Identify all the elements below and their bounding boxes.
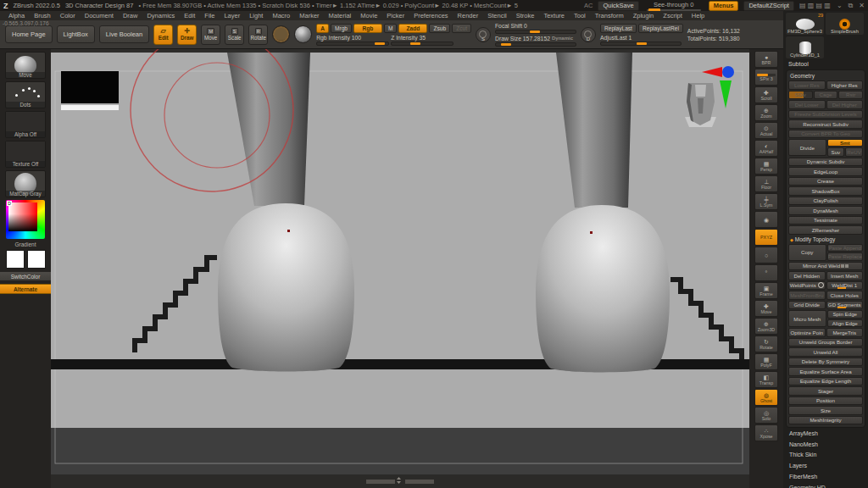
transp-button[interactable]: ◧ Transp bbox=[754, 371, 778, 388]
merge-tris-button[interactable]: MergeTris bbox=[826, 328, 864, 337]
copy-button[interactable]: Copy bbox=[788, 244, 826, 261]
divide-button[interactable]: Divide bbox=[788, 139, 826, 156]
saturation-value-square[interactable] bbox=[8, 202, 37, 231]
xpose-button[interactable]: ∴ Xpose bbox=[754, 424, 778, 441]
weld-dist-slider[interactable]: WeldDist 1 bbox=[826, 281, 864, 291]
menu-item[interactable]: Layer bbox=[220, 12, 244, 19]
menu-item[interactable]: Edit bbox=[180, 12, 199, 19]
smt-toggle[interactable]: Smt bbox=[827, 139, 864, 147]
see-through-slider[interactable]: See-through 0 bbox=[644, 1, 704, 11]
black-swatch[interactable] bbox=[61, 71, 119, 103]
live-boolean-button[interactable]: Live Boolean bbox=[99, 25, 149, 43]
move-button[interactable]: M Move bbox=[201, 25, 220, 45]
geometry-subsection[interactable]: Dynamic Subdiv bbox=[788, 158, 863, 167]
geometry-action-button[interactable]: Size bbox=[788, 406, 863, 415]
grid-divide-button[interactable]: Grid Divide bbox=[788, 301, 826, 310]
zsub-button[interactable]: Zsub bbox=[429, 24, 450, 33]
adjust-last-slider[interactable]: AdjustLast 1 bbox=[600, 35, 682, 46]
menu-item[interactable]: Brush bbox=[30, 12, 55, 19]
menu-item[interactable]: Help bbox=[687, 12, 709, 19]
scroll-button[interactable]: ✚ Scroll bbox=[754, 86, 778, 103]
menu-item[interactable]: Render bbox=[453, 12, 483, 19]
convert-bpr-button[interactable]: Convert BPR To Geo bbox=[788, 130, 863, 139]
axis-z-sphere[interactable] bbox=[722, 66, 734, 78]
suv-toggle[interactable]: Suv bbox=[827, 147, 845, 157]
replay-last-rel-button[interactable]: ReplayLastRel bbox=[638, 24, 683, 33]
geometry-action-button[interactable]: MeshIntegrity bbox=[788, 416, 863, 425]
weld-points-button[interactable]: WeldPoints bbox=[788, 281, 826, 291]
tool-thumb-fm3d-sphere3[interactable]: 29 FM3D_Sphere3 bbox=[786, 13, 824, 35]
dynamic-flag[interactable]: Dynamic bbox=[552, 36, 573, 41]
spin-edge-button[interactable]: Spin Edge bbox=[827, 310, 864, 319]
lower-res-button[interactable]: Lower Res bbox=[788, 80, 826, 90]
geometry-subsection[interactable]: Crease bbox=[788, 177, 863, 186]
default-zscript-button[interactable]: DefaultZScript bbox=[743, 1, 794, 11]
brush-selector[interactable]: Move bbox=[5, 52, 46, 79]
menu-item[interactable]: Preferences bbox=[409, 12, 452, 19]
frame-button[interactable]: ▣ Frame bbox=[754, 282, 778, 299]
modify-topology-section[interactable]: ◆ Modify Topology bbox=[788, 236, 863, 244]
geometry-action-button[interactable]: Position bbox=[788, 396, 863, 406]
align-edge-button[interactable]: Align Edge bbox=[827, 319, 864, 328]
rgb-intensity-slider[interactable]: Rgb Intensity 100 bbox=[316, 35, 389, 46]
zadd-button[interactable]: Zadd bbox=[398, 24, 427, 33]
micro-mesh-button[interactable]: Micro Mesh bbox=[788, 310, 826, 327]
actual-button[interactable]: ⊙ Actual bbox=[754, 122, 778, 139]
del-higher-button[interactable]: Del Higher bbox=[826, 100, 864, 109]
menu-item[interactable]: Light bbox=[245, 12, 267, 19]
lsym-button[interactable]: ╪ L.Sym bbox=[754, 193, 778, 210]
aahalf-button[interactable]: ◐ AAHalf bbox=[754, 140, 778, 157]
menu-item[interactable]: Document bbox=[81, 12, 118, 19]
menu-item[interactable]: Macro bbox=[268, 12, 294, 19]
pxyz-button[interactable]: PXYZ bbox=[754, 229, 778, 246]
optimize-points-button[interactable]: Optimize Poin bbox=[788, 328, 826, 337]
lock-button[interactable]: ◉ bbox=[754, 211, 778, 228]
gradient-label[interactable]: Gradient bbox=[15, 241, 36, 247]
del-lower-button[interactable]: Del Lower bbox=[788, 100, 826, 109]
edit-button[interactable]: ▱ Edit bbox=[153, 25, 173, 45]
z-intensity-slider[interactable]: Z Intensity 35 bbox=[391, 35, 453, 46]
layout-icons[interactable]: ▤ ▥ ▤ ▥ bbox=[799, 2, 831, 9]
rotate3d-button[interactable]: ↻ Rotate bbox=[754, 336, 778, 352]
menu-item[interactable]: Stroke bbox=[512, 12, 539, 19]
left-foot-mesh[interactable] bbox=[218, 203, 354, 372]
axis-toggle-icon[interactable] bbox=[845, 264, 849, 268]
restore-icon[interactable]: ⧉ bbox=[849, 2, 854, 10]
rstr-button[interactable]: Rstr bbox=[838, 91, 863, 100]
close-icon[interactable]: ✕ bbox=[859, 2, 865, 9]
reconstruct-subdiv-button[interactable]: Reconstruct Subdiv bbox=[788, 119, 863, 129]
subtool-section[interactable]: Subtool bbox=[786, 58, 865, 69]
stroke-selector[interactable]: Dots bbox=[5, 81, 46, 108]
solo-button[interactable]: ◎ Solo bbox=[754, 407, 778, 424]
right-foot-mesh[interactable] bbox=[536, 205, 670, 373]
geometry-action-button[interactable]: Unweld All bbox=[788, 347, 863, 357]
geometry-action-button[interactable]: Equalize Surface Area bbox=[788, 367, 863, 376]
a-toggle[interactable]: A bbox=[316, 24, 329, 33]
focal-shift-slider[interactable]: Focal Shift 0 bbox=[495, 23, 576, 34]
menu-item[interactable]: Tool bbox=[570, 12, 590, 19]
geometry-subsection[interactable]: Tessimate bbox=[788, 216, 863, 225]
menu-item[interactable]: Material bbox=[325, 12, 356, 19]
close-holes-button[interactable]: Close Holes bbox=[826, 291, 864, 300]
geometry-section[interactable]: Geometry bbox=[788, 72, 863, 80]
document-canvas[interactable] bbox=[51, 49, 749, 488]
higher-res-button[interactable]: Higher Res bbox=[826, 80, 864, 90]
draw-size-slider[interactable]: Draw Size 157.28152 Dynamic bbox=[495, 36, 576, 47]
reuv-button[interactable]: ReUV bbox=[845, 147, 863, 157]
menu-item[interactable]: Marker bbox=[295, 12, 323, 19]
insert-mesh-button[interactable]: Insert Mesh bbox=[826, 271, 864, 280]
move3d-button[interactable]: ✚ Move bbox=[754, 300, 778, 317]
menu-item[interactable]: Alpha bbox=[4, 12, 29, 19]
geometry-subsection[interactable]: ShadowBox bbox=[788, 186, 863, 196]
menu-item[interactable]: Texture bbox=[539, 12, 569, 19]
current-material-icon[interactable] bbox=[294, 25, 312, 43]
palette-section[interactable]: NanoMesh bbox=[786, 439, 865, 450]
menu-item[interactable]: Stencil bbox=[483, 12, 511, 19]
texture-selector[interactable]: Texture Off bbox=[5, 141, 46, 168]
geometry-action-button[interactable]: Stager bbox=[788, 386, 863, 396]
minimize-icon[interactable]: ⌄ bbox=[837, 2, 843, 9]
bpr-button[interactable]: ● BPR bbox=[754, 51, 778, 68]
polyf-button[interactable]: ▦ PolyF bbox=[754, 353, 778, 370]
sdiv-slider[interactable]: SDiv bbox=[788, 91, 813, 100]
m-button[interactable]: M bbox=[384, 24, 398, 33]
